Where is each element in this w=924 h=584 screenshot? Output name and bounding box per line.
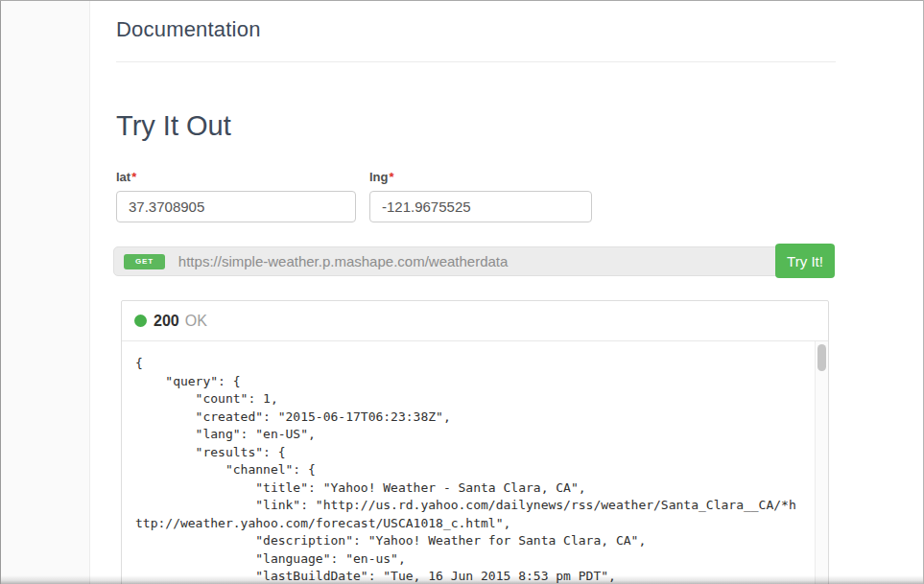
lng-field: lng*	[369, 170, 592, 222]
parameter-fields: lat* lng*	[116, 170, 836, 222]
response-header: 200 OK	[122, 301, 828, 341]
scrollbar-thumb[interactable]	[817, 344, 826, 371]
documentation-page: Documentation Try It Out lat* lng* GET h…	[0, 0, 924, 584]
lat-label: lat*	[116, 170, 356, 184]
try-it-button[interactable]: Try It!	[775, 244, 835, 278]
bottom-shadow	[0, 575, 924, 584]
page-title: Documentation	[116, 17, 836, 42]
title-divider	[116, 61, 836, 62]
response-json: { "query": { "count": 1, "created": "201…	[122, 341, 828, 584]
request-url: https://simple-weather.p.mashape.com/wea…	[178, 253, 509, 269]
request-bar: GET https://simple-weather.p.mashape.com…	[113, 244, 835, 278]
status-text: OK	[185, 313, 207, 330]
lat-input[interactable]	[116, 191, 356, 222]
required-asterisk: *	[390, 170, 394, 184]
status-dot-icon	[134, 315, 147, 327]
window-edge-left	[0, 0, 1, 584]
lng-input[interactable]	[369, 191, 592, 222]
request-url-track: GET https://simple-weather.p.mashape.com…	[113, 246, 806, 276]
required-asterisk: *	[131, 170, 136, 184]
lng-label-text: lng	[369, 170, 389, 184]
lng-label: lng*	[369, 170, 592, 184]
left-gutter	[1, 1, 90, 584]
http-method-badge: GET	[124, 254, 165, 269]
status-code: 200	[154, 313, 179, 330]
lat-label-text: lat	[116, 170, 130, 184]
response-body: { "query": { "count": 1, "created": "201…	[122, 341, 828, 584]
lat-field: lat*	[116, 170, 356, 222]
try-it-out-title: Try It Out	[116, 110, 836, 142]
main-content: Documentation Try It Out lat* lng* GET h…	[90, 1, 923, 584]
window-edge-top	[0, 0, 924, 1]
response-panel: 200 OK { "query": { "count": 1, "created…	[121, 300, 829, 584]
response-scrollbar[interactable]	[815, 341, 828, 584]
